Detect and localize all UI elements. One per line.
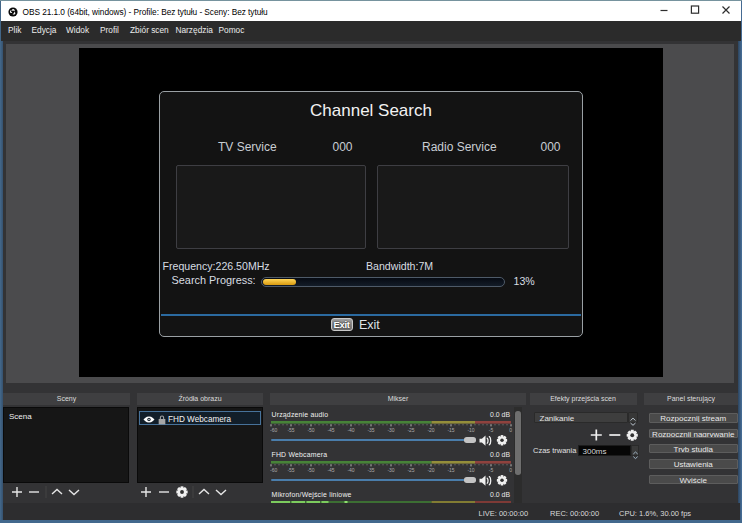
svg-text:-5: -5: [489, 467, 494, 473]
svg-text:0: 0: [509, 467, 512, 473]
svg-text:-60: -60: [270, 467, 277, 473]
svg-text:-40: -40: [347, 467, 354, 473]
svg-text:-25: -25: [407, 467, 414, 473]
svg-text:-25: -25: [407, 427, 414, 433]
svg-text:-20: -20: [427, 467, 434, 473]
svg-text:0: 0: [509, 427, 512, 433]
svg-text:-45: -45: [327, 467, 334, 473]
svg-text:-30: -30: [387, 467, 394, 473]
svg-text:-20: -20: [427, 427, 434, 433]
svg-text:-5: -5: [489, 427, 494, 433]
svg-text:-45: -45: [327, 427, 334, 433]
svg-text:-10: -10: [467, 427, 474, 433]
svg-text:-60: -60: [270, 427, 277, 433]
svg-text:-35: -35: [367, 427, 374, 433]
svg-text:-50: -50: [307, 467, 314, 473]
svg-text:-10: -10: [467, 467, 474, 473]
svg-text:-55: -55: [287, 467, 294, 473]
svg-text:-55: -55: [287, 427, 294, 433]
svg-text:-40: -40: [347, 427, 354, 433]
svg-text:-50: -50: [307, 427, 314, 433]
svg-text:-35: -35: [367, 467, 374, 473]
svg-text:-30: -30: [387, 427, 394, 433]
svg-text:-15: -15: [447, 467, 454, 473]
svg-text:-15: -15: [447, 427, 454, 433]
